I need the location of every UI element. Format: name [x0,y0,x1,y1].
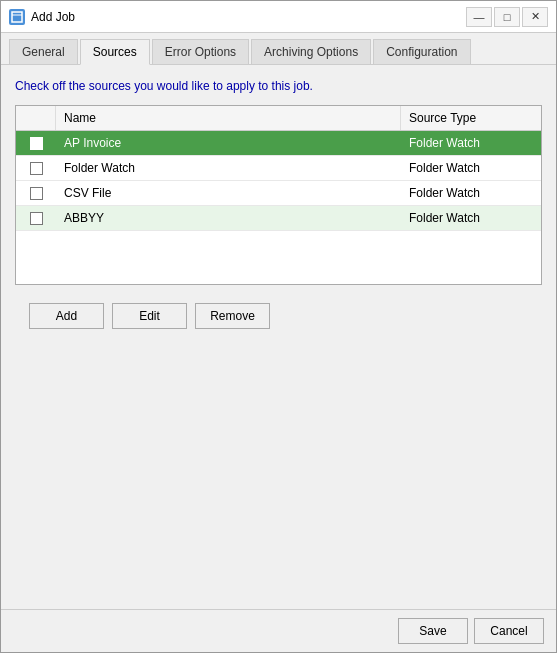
col-header-source-type: Source Type [401,106,541,130]
table-row[interactable]: AP Invoice Folder Watch [16,131,541,156]
col-header-checkbox [16,106,56,130]
minimize-button[interactable]: — [466,7,492,27]
row-2-source-type: Folder Watch [401,156,541,180]
row-4-checkbox-cell [16,206,56,230]
table-body: AP Invoice Folder Watch Folder Watch Fol… [16,131,541,284]
tab-bar: General Sources Error Options Archiving … [1,33,556,65]
col-header-name: Name [56,106,401,130]
title-buttons: — □ ✕ [466,7,548,27]
row-3-name: CSV File [56,181,401,205]
row-1-name: AP Invoice [56,131,401,155]
add-job-window: Add Job — □ ✕ General Sources Error Opti… [0,0,557,653]
row-4-source-type: Folder Watch [401,206,541,230]
tab-general[interactable]: General [9,39,78,64]
instruction-text: Check off the sources you would like to … [15,77,542,95]
table-row[interactable]: Folder Watch Folder Watch [16,156,541,181]
main-content: Check off the sources you would like to … [1,65,556,349]
title-bar-left: Add Job [9,9,75,25]
title-bar: Add Job — □ ✕ [1,1,556,33]
table-row[interactable]: ABBYY Folder Watch [16,206,541,231]
row-1-source-type: Folder Watch [401,131,541,155]
remove-button[interactable]: Remove [195,303,270,329]
save-button[interactable]: Save [398,618,468,644]
window-icon [9,9,25,25]
row-2-checkbox[interactable] [30,162,43,175]
window-title: Add Job [31,10,75,24]
footer: Save Cancel [1,609,556,652]
table-header: Name Source Type [16,106,541,131]
row-4-name: ABBYY [56,206,401,230]
close-button[interactable]: ✕ [522,7,548,27]
cancel-button[interactable]: Cancel [474,618,544,644]
row-4-checkbox[interactable] [30,212,43,225]
svg-rect-0 [12,12,22,22]
row-3-source-type: Folder Watch [401,181,541,205]
row-2-checkbox-cell [16,156,56,180]
maximize-button[interactable]: □ [494,7,520,27]
action-buttons: Add Edit Remove [15,295,542,337]
tab-sources[interactable]: Sources [80,39,150,65]
tab-error-options[interactable]: Error Options [152,39,249,64]
tab-configuration[interactable]: Configuration [373,39,470,64]
row-2-name: Folder Watch [56,156,401,180]
row-1-checkbox-cell [16,131,56,155]
table-row[interactable]: CSV File Folder Watch [16,181,541,206]
row-3-checkbox-cell [16,181,56,205]
edit-button[interactable]: Edit [112,303,187,329]
row-1-checkbox[interactable] [30,137,43,150]
add-button[interactable]: Add [29,303,104,329]
tab-archiving-options[interactable]: Archiving Options [251,39,371,64]
row-3-checkbox[interactable] [30,187,43,200]
sources-table: Name Source Type AP Invoice Folder Watch [15,105,542,285]
